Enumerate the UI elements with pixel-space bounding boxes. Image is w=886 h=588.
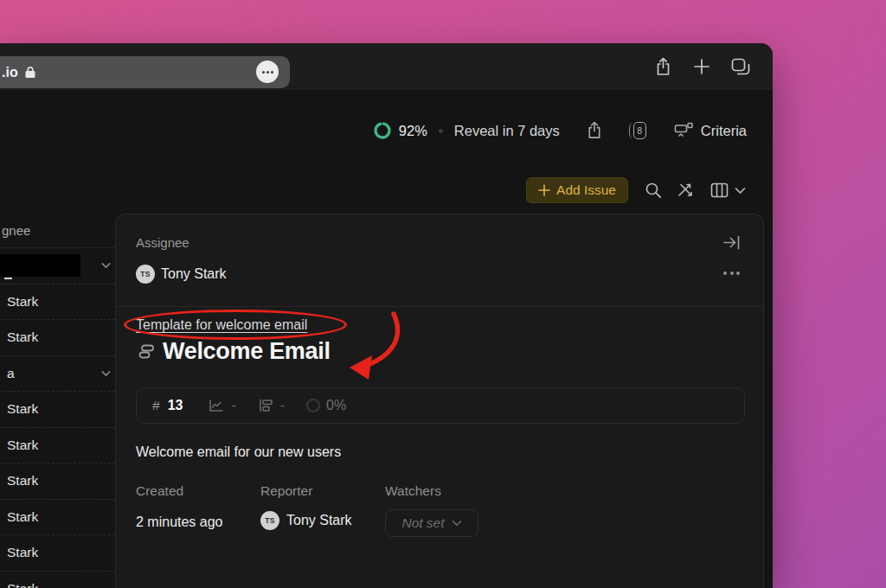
zero-progress-ring-icon xyxy=(305,398,321,413)
row-label: Stark xyxy=(7,329,38,345)
collapse-panel-icon[interactable] xyxy=(722,234,741,251)
criteria-icon[interactable] xyxy=(674,122,693,139)
add-issue-label: Add Issue xyxy=(556,182,616,198)
more-options-icon[interactable] xyxy=(723,272,740,275)
row-label: Stark xyxy=(7,581,38,588)
browser-toolbar-actions xyxy=(654,43,751,90)
columns-view-icon[interactable] xyxy=(710,182,729,198)
assignee-column-header[interactable]: gnee xyxy=(0,214,115,248)
issues-list-column: gnee Stark Stark a Stark Stark Stark Sta… xyxy=(0,214,115,588)
issues-toolbar: Add Issue xyxy=(526,176,746,204)
browser-toolbar: .io xyxy=(0,43,773,90)
watchers-dropdown[interactable]: Not set xyxy=(385,509,478,537)
divider xyxy=(116,306,763,307)
trend-value: - xyxy=(231,398,235,413)
list-row[interactable]: Stark xyxy=(0,463,115,500)
created-value: 2 minutes ago xyxy=(136,514,223,530)
row-label: Stark xyxy=(7,509,38,525)
list-row[interactable]: Stark xyxy=(0,428,115,464)
watchers-value: Not set xyxy=(401,515,444,531)
row-label: Stark xyxy=(7,401,38,417)
list-row[interactable]: Stark xyxy=(0,500,115,536)
browser-share-icon[interactable] xyxy=(654,57,672,77)
search-icon[interactable] xyxy=(645,182,662,199)
url-bar[interactable]: .io xyxy=(0,56,290,88)
row-label: Stark xyxy=(7,473,38,489)
list-row[interactable]: Stark xyxy=(0,320,115,356)
assignee-name: Tony Stark xyxy=(161,266,227,282)
reveal-countdown: Reveal in 7 days xyxy=(454,123,560,139)
trend-chart-icon xyxy=(209,399,224,412)
new-tab-icon[interactable] xyxy=(693,58,710,75)
progress-percent: 92% xyxy=(399,123,427,139)
avatar: TS xyxy=(136,265,155,284)
view-chevron-down-icon[interactable] xyxy=(735,187,746,195)
issue-stats-bar[interactable]: # 13 - - 0% xyxy=(136,387,745,424)
redaction-artifact xyxy=(4,278,12,279)
url-options-icon[interactable] xyxy=(256,61,279,83)
list-row-group[interactable]: a xyxy=(0,356,115,393)
desktop: { "browser": { "url_text": ".io" }, "hea… xyxy=(0,0,886,588)
column-header-label: gnee xyxy=(2,223,30,238)
list-row-redacted[interactable] xyxy=(0,248,115,284)
share-icon[interactable] xyxy=(586,121,603,140)
tab-overview-icon[interactable] xyxy=(731,58,751,76)
dot-separator xyxy=(439,129,443,133)
row-label: Stark xyxy=(7,438,38,453)
watchers-label: Watchers xyxy=(385,483,441,499)
list-row[interactable]: Stark xyxy=(0,572,115,588)
issue-description: Welcome email for our new users xyxy=(136,444,341,460)
project-status-bar: 92% Reveal in 7 days 8 Criteria xyxy=(373,117,747,144)
reporter-label: Reporter xyxy=(260,483,312,499)
card-count-value: 8 xyxy=(633,122,646,139)
url-text: .io xyxy=(2,65,18,80)
card-count-icon[interactable]: 8 xyxy=(629,121,648,140)
row-label: Stark xyxy=(7,545,38,560)
template-stack-icon xyxy=(138,344,155,359)
created-label: Created xyxy=(136,483,183,499)
list-row[interactable]: Stark xyxy=(0,392,115,428)
dropdown-chevron-icon xyxy=(452,520,462,527)
template-link[interactable]: Template for welcome email xyxy=(136,317,307,333)
row-chevron-down-icon[interactable] xyxy=(101,370,111,377)
reporter-value[interactable]: TS Tony Stark xyxy=(260,511,352,530)
reporter-name: Tony Stark xyxy=(286,513,352,528)
sort-icon[interactable] xyxy=(677,182,694,199)
issue-title: Welcome Email xyxy=(163,338,331,365)
browser-window: .io 92% Reveal in 7 days xyxy=(0,43,773,588)
zero-progress-value: 0% xyxy=(326,398,346,413)
lock-icon xyxy=(24,66,36,79)
redacted-value xyxy=(0,254,80,277)
list-row[interactable]: Stark xyxy=(0,535,115,572)
issue-title-row: Welcome Email xyxy=(138,338,331,365)
assignee-value[interactable]: TS Tony Stark xyxy=(136,265,227,284)
criteria-label[interactable]: Criteria xyxy=(701,123,747,139)
row-label: Stark xyxy=(7,294,38,310)
row-label: a xyxy=(7,366,15,381)
list-row[interactable]: Stark xyxy=(0,284,115,321)
issue-number: 13 xyxy=(168,398,183,413)
blocks-value: - xyxy=(280,398,285,413)
hash-symbol: # xyxy=(152,398,160,413)
progress-ring-icon xyxy=(373,121,392,140)
assignee-label: Assignee xyxy=(136,235,189,250)
add-issue-button[interactable]: Add Issue xyxy=(526,177,628,203)
row-chevron-down-icon[interactable] xyxy=(101,262,111,269)
issue-detail-panel: Assignee TS Tony Stark Template for welc… xyxy=(115,214,764,588)
blocks-icon xyxy=(259,399,273,412)
avatar: TS xyxy=(260,511,279,530)
